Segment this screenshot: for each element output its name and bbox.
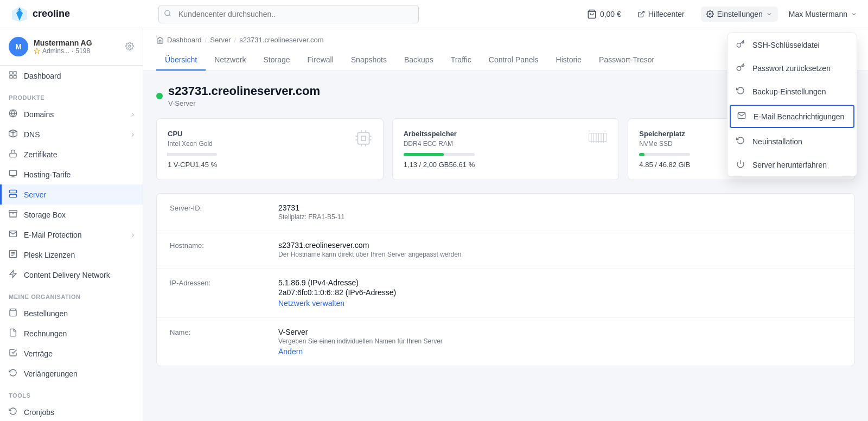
cpu-subtitle: Intel Xeon Gold bbox=[168, 140, 217, 148]
dropdown-item-passwort[interactable]: Passwort zurücksetzen bbox=[727, 56, 857, 80]
dns-chevron-icon: › bbox=[132, 131, 134, 138]
dropdown-item-ssh[interactable]: SSH-Schlüsseldatei bbox=[727, 33, 857, 56]
username-label: Max Mustermann bbox=[789, 10, 847, 18]
vertraege-icon bbox=[9, 348, 18, 359]
sidebar-item-zertifikate[interactable]: Zertifikate bbox=[0, 144, 143, 164]
ram-icon-wrap bbox=[588, 130, 608, 146]
tab-passwort-tresor[interactable]: Passwort-Tresor bbox=[590, 50, 663, 71]
dropdown-item-neuinstall[interactable]: Neuinstallation bbox=[727, 130, 857, 153]
info-sub-name: Vergeben Sie einen individuellen Namen f… bbox=[278, 337, 841, 345]
tab-netzwerk[interactable]: Netzwerk bbox=[206, 50, 254, 71]
svg-point-53 bbox=[737, 43, 741, 47]
sidebar-item-bestellungen[interactable]: Bestellungen bbox=[0, 303, 143, 323]
breadcrumb-server[interactable]: Server bbox=[210, 36, 231, 44]
tools-section-title: TOOLS bbox=[0, 384, 143, 402]
info-card: Server-ID: 23731 Stellplatz: FRA1-B5-11 … bbox=[156, 193, 855, 366]
info-label-ip: IP-Adressen: bbox=[170, 278, 267, 287]
sidebar-verlaengerungen-label: Verlängerungen bbox=[24, 369, 134, 378]
sidebar-bestellungen-label: Bestellungen bbox=[24, 309, 134, 318]
ram-subtitle: DDR4 ECC RAM bbox=[404, 140, 475, 148]
sidebar-item-dns[interactable]: DNS › bbox=[0, 124, 143, 144]
ram-progress-fill bbox=[404, 153, 444, 156]
user-meta: Admins... · 5198 bbox=[34, 47, 120, 55]
svg-rect-16 bbox=[10, 153, 16, 157]
email-protection-icon bbox=[9, 229, 18, 240]
user-menu[interactable]: Max Mustermann bbox=[789, 10, 857, 18]
breadcrumb-sep1: / bbox=[205, 36, 207, 44]
star-icon bbox=[34, 48, 40, 54]
search-input[interactable] bbox=[158, 5, 419, 23]
produkte-section-title: PRODUKTE bbox=[0, 86, 143, 104]
bestellungen-icon bbox=[9, 308, 18, 318]
stat-card-cpu: CPU Intel Xeon Gold 1 V-CPU 1,45 % bbox=[156, 118, 384, 180]
sidebar: M Mustermann AG Admins... · 5198 bbox=[0, 28, 143, 421]
netzwerk-verwalten-link[interactable]: Netzwerk verwalten bbox=[278, 299, 841, 308]
dns-icon bbox=[9, 129, 18, 139]
info-row-name: Name: V-Server Vergeben Sie einen indivi… bbox=[157, 318, 854, 366]
sidebar-item-cdn[interactable]: Content Delivery Network bbox=[0, 265, 143, 285]
tab-traffic[interactable]: Traffic bbox=[442, 50, 480, 71]
sidebar-item-storage-box[interactable]: Storage Box bbox=[0, 205, 143, 225]
svg-rect-21 bbox=[9, 194, 16, 197]
cpu-usage: 1 V-CPU 1,45 % bbox=[168, 161, 217, 169]
domains-chevron-icon: › bbox=[132, 111, 134, 118]
sidebar-item-rechnungen[interactable]: Rechnungen bbox=[0, 323, 143, 343]
cpu-chip-icon bbox=[355, 130, 372, 147]
chevron-down-icon bbox=[766, 11, 773, 17]
avatar: M bbox=[9, 37, 28, 56]
einstellungen-button[interactable]: Einstellungen bbox=[701, 7, 778, 22]
sidebar-emailprot-label: E-Mail Protection bbox=[24, 231, 126, 239]
dropdown-item-backup[interactable]: Backup-Einstellungen bbox=[727, 80, 857, 103]
svg-marker-27 bbox=[10, 270, 16, 277]
info-value-ip: 5.1.86.9 (IPv4-Adresse) 2a07:6fc0:1:0:6:… bbox=[278, 278, 841, 308]
tab-snapshots[interactable]: Snapshots bbox=[342, 50, 395, 71]
info-sub-id: Stellplatz: FRA1-B5-11 bbox=[278, 213, 841, 221]
breadcrumb-dashboard[interactable]: Dashboard bbox=[167, 36, 202, 44]
aendern-link[interactable]: Ändern bbox=[278, 347, 841, 356]
ssh-key-icon bbox=[736, 40, 746, 50]
hilfecenter-label: Hilfecenter bbox=[648, 10, 685, 18]
tab-historie[interactable]: Historie bbox=[547, 50, 590, 71]
sidebar-item-hosting[interactable]: Hosting-Tarife bbox=[0, 164, 143, 184]
sidebar-user-section: M Mustermann AG Admins... · 5198 bbox=[0, 28, 143, 66]
backup-label: Backup-Einstellungen bbox=[752, 87, 826, 96]
sidebar-item-verlaengerungen[interactable]: Verlängerungen bbox=[0, 363, 143, 384]
tab-uebersicht[interactable]: Übersicht bbox=[156, 50, 206, 71]
verlaengerungen-icon bbox=[9, 368, 18, 379]
info-sub-hostname: Der Hostname kann direkt über Ihren Serv… bbox=[278, 251, 841, 258]
ssh-label: SSH-Schlüsseldatei bbox=[752, 41, 820, 49]
sidebar-item-dashboard[interactable]: Dashboard bbox=[0, 66, 143, 86]
info-row-ip: IP-Adressen: 5.1.86.9 (IPv4-Adresse) 2a0… bbox=[157, 269, 854, 318]
settings-gear-icon[interactable] bbox=[125, 42, 134, 52]
sidebar-item-domains[interactable]: Domains › bbox=[0, 104, 143, 124]
sidebar-server-label: Server bbox=[24, 190, 134, 199]
tab-storage[interactable]: Storage bbox=[255, 50, 299, 71]
ram-value: 1,13 / 2,00 GB bbox=[404, 161, 449, 169]
hilfecenter-button[interactable]: Hilfecenter bbox=[632, 7, 690, 22]
sidebar-item-vertraege[interactable]: Verträge bbox=[0, 343, 143, 363]
sidebar-item-server[interactable]: Server bbox=[0, 184, 143, 205]
ram-title: Arbeitsspeicher bbox=[404, 130, 475, 138]
ram-percent: 56.61 % bbox=[449, 161, 475, 169]
passwort-label: Passwort zurücksetzen bbox=[752, 64, 831, 73]
dropdown-item-shutdown[interactable]: Server herunterfahren bbox=[727, 153, 857, 176]
sidebar-dashboard-label: Dashboard bbox=[24, 72, 134, 80]
shutdown-label: Server herunterfahren bbox=[752, 161, 827, 169]
email-notif-icon bbox=[737, 111, 747, 122]
logo-icon bbox=[11, 5, 28, 23]
sidebar-item-plesk[interactable]: Plesk Lizenzen bbox=[0, 245, 143, 265]
cpu-info: CPU Intel Xeon Gold 1 V-CPU 1,45 % bbox=[168, 130, 217, 169]
svg-marker-7 bbox=[34, 48, 40, 54]
tab-backups[interactable]: Backups bbox=[395, 50, 442, 71]
tab-firewall[interactable]: Firewall bbox=[299, 50, 342, 71]
plesk-icon bbox=[9, 250, 18, 260]
ram-usage: 1,13 / 2,00 GB 56.61 % bbox=[404, 161, 475, 169]
tab-control-panels[interactable]: Control Panels bbox=[480, 50, 547, 71]
dropdown-item-email-notif[interactable]: E-Mail Benachrichtigungen bbox=[730, 105, 854, 128]
sidebar-item-cronjobs[interactable]: Cronjobs bbox=[0, 402, 143, 421]
shutdown-icon bbox=[736, 160, 746, 170]
search-bar[interactable] bbox=[158, 5, 419, 23]
einstellungen-label: Einstellungen bbox=[717, 10, 763, 18]
sidebar-item-email-protection[interactable]: E-Mail Protection › bbox=[0, 225, 143, 245]
cart-area[interactable]: 0,00 € bbox=[587, 9, 621, 19]
